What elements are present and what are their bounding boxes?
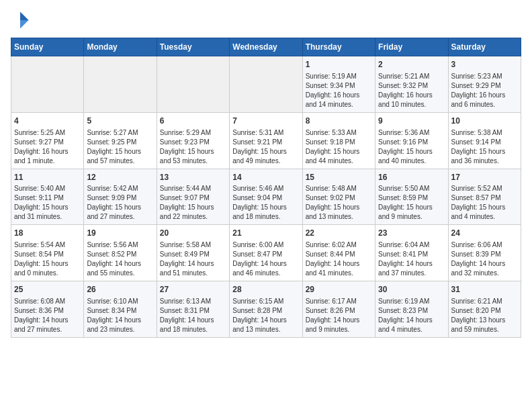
calendar-cell: 13Sunrise: 5:44 AMSunset: 9:07 PMDayligh… — [157, 169, 229, 225]
day-info: Daylight: 16 hours — [14, 147, 81, 156]
day-info: Sunset: 8:41 PM — [378, 250, 445, 259]
day-info: Sunrise: 5:31 AM — [232, 128, 299, 138]
day-info: Sunrise: 5:54 AM — [14, 240, 81, 250]
day-info: Daylight: 16 hours — [378, 91, 445, 100]
day-info: Daylight: 15 hours — [160, 147, 226, 156]
calendar-cell: 31Sunrise: 6:21 AMSunset: 8:20 PMDayligh… — [448, 281, 521, 338]
calendar-cell: 11Sunrise: 5:40 AMSunset: 9:11 PMDayligh… — [11, 169, 84, 225]
svg-marker-0 — [20, 11, 29, 20]
day-info: Sunset: 8:49 PM — [160, 250, 226, 259]
day-info: Sunrise: 6:04 AM — [378, 240, 445, 250]
day-info: and 18 minutes. — [232, 212, 299, 222]
day-number: 19 — [87, 228, 153, 239]
day-info: Sunrise: 6:13 AM — [160, 297, 226, 306]
calendar-body: 1Sunrise: 5:19 AMSunset: 9:34 PMDaylight… — [11, 56, 521, 338]
day-info: and 22 minutes. — [160, 212, 226, 222]
day-info: Sunset: 9:25 PM — [87, 138, 153, 147]
day-info: and 46 minutes. — [232, 269, 299, 278]
calendar-cell: 26Sunrise: 6:10 AMSunset: 8:34 PMDayligh… — [84, 281, 157, 338]
calendar-cell: 4Sunrise: 5:25 AMSunset: 9:27 PMDaylight… — [11, 112, 84, 169]
day-info: Sunset: 9:04 PM — [232, 193, 299, 203]
calendar-cell: 30Sunrise: 6:19 AMSunset: 8:23 PMDayligh… — [375, 281, 448, 338]
day-info: Sunset: 9:18 PM — [306, 138, 372, 147]
day-info: Sunrise: 5:52 AM — [451, 184, 518, 193]
day-info: Sunset: 9:02 PM — [306, 193, 372, 203]
day-info: Daylight: 15 hours — [306, 147, 372, 156]
day-info: Daylight: 15 hours — [451, 203, 518, 212]
calendar-cell: 27Sunrise: 6:13 AMSunset: 8:31 PMDayligh… — [157, 281, 229, 338]
calendar-cell: 16Sunrise: 5:50 AMSunset: 8:59 PMDayligh… — [375, 169, 448, 225]
calendar-cell: 6Sunrise: 5:29 AMSunset: 9:23 PMDaylight… — [157, 112, 229, 169]
calendar-cell: 20Sunrise: 5:58 AMSunset: 8:49 PMDayligh… — [157, 225, 229, 281]
calendar-cell: 28Sunrise: 6:15 AMSunset: 8:28 PMDayligh… — [230, 281, 302, 338]
day-info: and 53 minutes. — [160, 156, 226, 166]
day-info: Daylight: 15 hours — [87, 147, 153, 156]
calendar-cell: 24Sunrise: 6:06 AMSunset: 8:39 PMDayligh… — [448, 225, 521, 281]
day-info: and 9 minutes. — [306, 325, 372, 334]
day-number: 18 — [14, 228, 81, 239]
page-header — [11, 11, 521, 30]
day-info: Sunset: 9:23 PM — [160, 138, 226, 147]
calendar-table: SundayMondayTuesdayWednesdayThursdayFrid… — [11, 38, 521, 338]
day-info: Daylight: 14 hours — [306, 316, 372, 325]
day-number: 27 — [160, 284, 226, 295]
day-info: Sunset: 9:27 PM — [14, 138, 81, 147]
day-number: 5 — [87, 116, 153, 127]
day-info: Daylight: 14 hours — [87, 316, 153, 325]
day-info: Daylight: 15 hours — [160, 203, 226, 212]
day-info: Daylight: 14 hours — [160, 259, 226, 269]
day-info: Sunrise: 6:15 AM — [232, 297, 299, 306]
day-info: and 51 minutes. — [160, 269, 226, 278]
day-info: Sunrise: 5:36 AM — [378, 128, 445, 138]
calendar-cell: 9Sunrise: 5:36 AMSunset: 9:16 PMDaylight… — [375, 112, 448, 169]
day-number: 6 — [160, 116, 226, 127]
day-info: Sunset: 8:47 PM — [232, 250, 299, 259]
calendar-week-3: 11Sunrise: 5:40 AMSunset: 9:11 PMDayligh… — [11, 169, 521, 225]
day-info: Daylight: 15 hours — [232, 203, 299, 212]
day-number: 14 — [232, 172, 299, 183]
day-info: Daylight: 16 hours — [306, 91, 372, 100]
day-number: 25 — [14, 284, 81, 295]
day-info: Sunset: 8:44 PM — [306, 250, 372, 259]
day-info: Sunrise: 5:29 AM — [160, 128, 226, 138]
day-info: Sunset: 9:34 PM — [306, 81, 372, 91]
calendar-week-2: 4Sunrise: 5:25 AMSunset: 9:27 PMDaylight… — [11, 112, 521, 169]
calendar-cell: 1Sunrise: 5:19 AMSunset: 9:34 PMDaylight… — [302, 56, 375, 113]
day-info: and 57 minutes. — [87, 156, 153, 166]
day-number: 29 — [306, 284, 372, 295]
day-info: Sunrise: 5:58 AM — [160, 240, 226, 250]
day-info: Sunset: 8:36 PM — [14, 306, 81, 316]
day-info: Daylight: 15 hours — [87, 203, 153, 212]
day-info: Daylight: 14 hours — [232, 259, 299, 269]
day-info: Sunrise: 5:50 AM — [378, 184, 445, 193]
day-number: 13 — [160, 172, 226, 183]
day-info: Daylight: 14 hours — [451, 259, 518, 269]
day-info: Sunrise: 5:42 AM — [87, 184, 153, 193]
day-number: 26 — [87, 284, 153, 295]
day-info: and 4 minutes. — [451, 212, 518, 222]
day-info: and 41 minutes. — [306, 269, 372, 278]
day-info: Sunrise: 5:38 AM — [451, 128, 518, 138]
day-info: Sunset: 8:23 PM — [378, 306, 445, 316]
day-info: Sunset: 8:31 PM — [160, 306, 226, 316]
day-number: 10 — [451, 116, 518, 127]
day-info: Sunrise: 6:08 AM — [14, 297, 81, 306]
calendar-cell: 22Sunrise: 6:02 AMSunset: 8:44 PMDayligh… — [302, 225, 375, 281]
day-info: Sunset: 9:21 PM — [232, 138, 299, 147]
calendar-week-4: 18Sunrise: 5:54 AMSunset: 8:54 PMDayligh… — [11, 225, 521, 281]
calendar-cell: 25Sunrise: 6:08 AMSunset: 8:36 PMDayligh… — [11, 281, 84, 338]
day-info: Daylight: 14 hours — [232, 316, 299, 325]
day-info: Sunset: 9:16 PM — [378, 138, 445, 147]
day-info: Daylight: 14 hours — [14, 316, 81, 325]
weekday-sunday: Sunday — [11, 38, 84, 56]
calendar-cell: 2Sunrise: 5:21 AMSunset: 9:32 PMDaylight… — [375, 56, 448, 113]
day-info: Sunrise: 6:06 AM — [451, 240, 518, 250]
calendar-cell — [157, 56, 229, 113]
day-info: and 59 minutes. — [451, 325, 518, 334]
day-number: 9 — [378, 116, 445, 127]
day-info: and 9 minutes. — [378, 212, 445, 222]
day-info: Sunrise: 6:19 AM — [378, 297, 445, 306]
day-info: and 13 minutes. — [232, 325, 299, 334]
calendar-cell: 18Sunrise: 5:54 AMSunset: 8:54 PMDayligh… — [11, 225, 84, 281]
day-info: and 27 minutes. — [87, 212, 153, 222]
